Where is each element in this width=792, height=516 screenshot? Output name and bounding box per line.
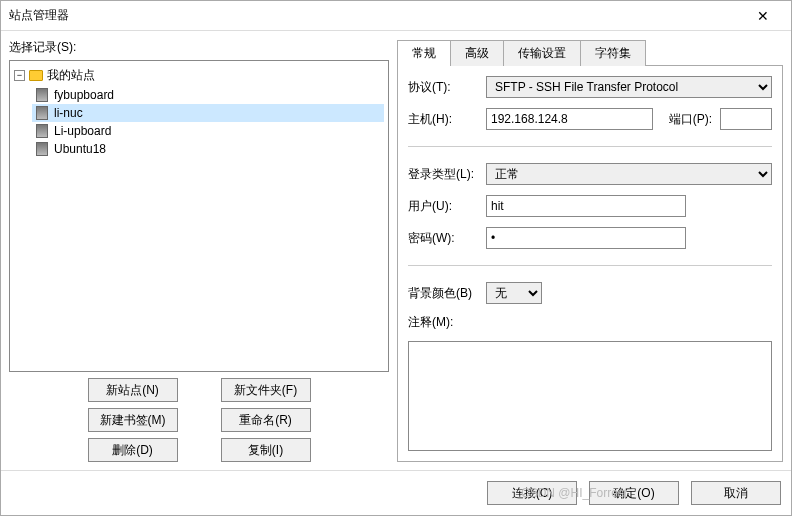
site-manager-dialog: 站点管理器 ✕ 选择记录(S): − 我的站点 fybupboardli-nuc…: [0, 0, 792, 516]
new-folder-button[interactable]: 新文件夹(F): [221, 378, 311, 402]
tree-root-label: 我的站点: [47, 67, 95, 84]
notes-textarea[interactable]: [408, 341, 772, 451]
titlebar: 站点管理器 ✕: [1, 1, 791, 31]
watermark: CSDN @HI_Forrest: [521, 486, 627, 500]
separator: [408, 146, 772, 147]
user-input[interactable]: [486, 195, 686, 217]
user-label: 用户(U):: [408, 198, 478, 215]
server-icon: [36, 106, 48, 120]
tree-item[interactable]: li-nuc: [32, 104, 384, 122]
password-label: 密码(W):: [408, 230, 478, 247]
rename-button[interactable]: 重命名(R): [221, 408, 311, 432]
server-icon: [36, 124, 48, 138]
tree-item-label: fybupboard: [54, 88, 114, 102]
site-tree[interactable]: − 我的站点 fybupboardli-nucLi-upboardUbuntu1…: [9, 60, 389, 372]
tree-item[interactable]: fybupboard: [32, 86, 384, 104]
dialog-title: 站点管理器: [9, 7, 743, 24]
dialog-footer: 连接(C) 确定(O) 取消: [1, 470, 791, 515]
close-icon[interactable]: ✕: [743, 2, 783, 30]
left-button-grid: 新站点(N) 新文件夹(F) 新建书签(M) 重命名(R) 删除(D) 复制(I…: [9, 378, 389, 462]
new-bookmark-button[interactable]: 新建书签(M): [88, 408, 178, 432]
host-input[interactable]: [486, 108, 653, 130]
server-icon: [36, 142, 48, 156]
tab-transfer[interactable]: 传输设置: [503, 40, 581, 66]
delete-button[interactable]: 删除(D): [88, 438, 178, 462]
copy-button[interactable]: 复制(I): [221, 438, 311, 462]
port-input[interactable]: [720, 108, 772, 130]
select-record-label: 选择记录(S):: [9, 39, 389, 56]
tree-item[interactable]: Li-upboard: [32, 122, 384, 140]
protocol-label: 协议(T):: [408, 79, 478, 96]
bg-color-select[interactable]: 无: [486, 282, 542, 304]
tree-item-label: Li-upboard: [54, 124, 111, 138]
folder-icon: [29, 70, 43, 81]
server-icon: [36, 88, 48, 102]
tab-general[interactable]: 常规: [397, 40, 451, 66]
new-site-button[interactable]: 新站点(N): [88, 378, 178, 402]
login-type-label: 登录类型(L):: [408, 166, 478, 183]
port-label: 端口(P):: [669, 111, 712, 128]
password-input[interactable]: [486, 227, 686, 249]
tab-advanced[interactable]: 高级: [450, 40, 504, 66]
tree-item-label: li-nuc: [54, 106, 83, 120]
tab-charset[interactable]: 字符集: [580, 40, 646, 66]
separator: [408, 265, 772, 266]
host-label: 主机(H):: [408, 111, 478, 128]
collapse-icon[interactable]: −: [14, 70, 25, 81]
cancel-button[interactable]: 取消: [691, 481, 781, 505]
login-type-select[interactable]: 正常: [486, 163, 772, 185]
bg-color-label: 背景颜色(B): [408, 285, 478, 302]
protocol-select[interactable]: SFTP - SSH File Transfer Protocol: [486, 76, 772, 98]
notes-label: 注释(M):: [408, 314, 478, 331]
general-pane: 协议(T): SFTP - SSH File Transfer Protocol…: [397, 66, 783, 462]
left-panel: 选择记录(S): − 我的站点 fybupboardli-nucLi-upboa…: [9, 39, 389, 462]
right-panel: 常规 高级 传输设置 字符集 协议(T): SFTP - SSH File Tr…: [397, 39, 783, 462]
tree-item-label: Ubuntu18: [54, 142, 106, 156]
tab-bar: 常规 高级 传输设置 字符集: [397, 39, 783, 66]
tree-root[interactable]: − 我的站点: [14, 65, 384, 86]
tree-item[interactable]: Ubuntu18: [32, 140, 384, 158]
